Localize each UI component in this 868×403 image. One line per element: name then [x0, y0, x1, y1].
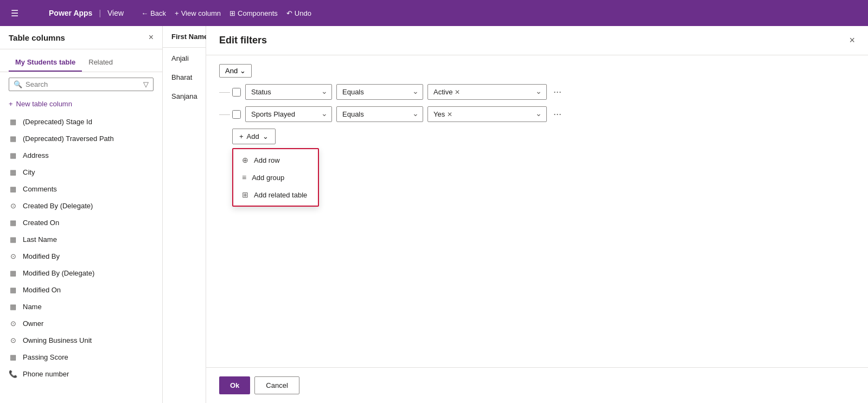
add-plus-icon: + [239, 132, 244, 140]
list-item[interactable]: ▦ Last Name [0, 231, 162, 248]
add-button[interactable]: + Add ⌄ [232, 129, 276, 144]
filter-field-1[interactable]: Status [245, 84, 332, 100]
col-icon: ▦ [9, 219, 17, 227]
new-column-button[interactable]: + New table column [0, 97, 162, 111]
filter-value-2-text: Yes [433, 110, 445, 118]
add-related-table-label: Add related table [254, 191, 307, 199]
filter-value-1[interactable]: Active ✕ [427, 84, 547, 100]
add-row-item[interactable]: ⊕ Add row [233, 151, 318, 169]
tab-related[interactable]: Related [82, 54, 119, 72]
col-icon: ▦ [9, 353, 17, 361]
list-item[interactable]: ▦ Comments [0, 181, 162, 197]
filter-field-2[interactable]: Sports Played [245, 106, 332, 122]
filter-value-1-tag: Active ✕ [433, 88, 460, 96]
view-label: View [107, 9, 124, 17]
sidebar-tabs: My Students table Related [0, 49, 162, 72]
view-column-button[interactable]: + View column [175, 9, 221, 17]
col-icon: ▦ [9, 168, 17, 176]
indent-line [219, 92, 230, 93]
add-group-item[interactable]: ≡ Add group [233, 169, 318, 186]
main-layout: Table columns × My Students table Relate… [0, 0, 868, 403]
list-item[interactable]: ▦ City [0, 164, 162, 181]
add-area: + Add ⌄ ⊕ Add row ≡ Add group ⊞ Add [232, 129, 855, 144]
cancel-button[interactable]: Cancel [254, 376, 299, 394]
ok-button[interactable]: Ok [219, 376, 250, 394]
add-label: Add [247, 132, 259, 140]
col-icon: ▦ [9, 135, 17, 143]
col-icon: ▦ [9, 185, 17, 193]
sidebar-close-button[interactable]: × [149, 33, 154, 42]
col-label: Modified On [23, 286, 61, 294]
add-dropdown: ⊕ Add row ≡ Add group ⊞ Add related tabl… [232, 148, 319, 207]
list-item[interactable]: ▦ (Deprecated) Stage Id [0, 113, 162, 130]
filter-value-2-remove[interactable]: ✕ [447, 111, 452, 118]
panel-title: Edit filters [219, 35, 267, 46]
col-label: Owning Business Unit [23, 336, 92, 344]
col-icon: ⊙ [9, 336, 17, 344]
edit-panel: Edit filters × And ⌄ Status [206, 26, 868, 403]
panel-close-button[interactable]: × [849, 35, 855, 46]
filter-field-1-wrap: Status [245, 84, 332, 100]
filter-row-2-more[interactable]: ··· [551, 108, 564, 120]
filter-row-1-checkbox[interactable] [232, 88, 241, 97]
add-related-table-icon: ⊞ [242, 190, 248, 199]
col-label: Phone number [23, 370, 69, 378]
filter-row-2-checkbox[interactable] [232, 110, 241, 119]
filter-row-1-more[interactable]: ··· [551, 86, 564, 98]
undo-icon: ↶ [286, 9, 292, 17]
col-label: City [23, 168, 35, 176]
list-item[interactable]: ▦ Passing Score [0, 349, 162, 366]
tab-my-students[interactable]: My Students table [9, 54, 82, 72]
filter-icon[interactable]: ▽ [143, 80, 149, 88]
list-item[interactable]: ⊙ Modified By [0, 248, 162, 265]
data-row: Anjali [171, 54, 197, 62]
filter-operator-1[interactable]: Equals [336, 84, 423, 100]
col-label: Address [23, 151, 49, 159]
filter-operator-2[interactable]: Equals [336, 106, 423, 122]
indent-line-2 [219, 114, 230, 115]
hamburger-icon[interactable]: ☰ [7, 6, 23, 21]
col-label: Passing Score [23, 353, 68, 361]
and-button[interactable]: And ⌄ [219, 64, 252, 78]
col-label: Comments [23, 185, 57, 193]
filter-value-1-remove[interactable]: ✕ [455, 88, 460, 96]
list-item[interactable]: ▦ Created On [0, 214, 162, 231]
and-selector: And ⌄ [219, 64, 855, 78]
list-item[interactable]: ▦ (Deprecated) Traversed Path [0, 130, 162, 147]
brand-label: Power Apps [49, 9, 92, 17]
components-icon: ⊞ [229, 9, 235, 17]
list-item[interactable]: 📞 Phone number [0, 366, 162, 382]
search-input[interactable] [25, 80, 140, 88]
list-item[interactable]: ⊙ Owning Business Unit [0, 332, 162, 349]
col-label: Created On [23, 219, 59, 227]
undo-label: Undo [295, 9, 311, 17]
list-item[interactable]: ▦ Address [0, 147, 162, 164]
list-item[interactable]: ⊙ Created By (Delegate) [0, 197, 162, 214]
data-rows: Anjali Bharat Sanjana [163, 50, 206, 105]
col-icon: ▦ [9, 151, 17, 159]
add-related-table-item[interactable]: ⊞ Add related table [233, 186, 318, 203]
filter-value-2-tag: Yes ✕ [433, 110, 452, 118]
components-button[interactable]: ⊞ Components [229, 9, 278, 17]
view-column-label: View column [181, 9, 221, 17]
list-item[interactable]: ▦ Modified On [0, 282, 162, 298]
filter-value-2[interactable]: Yes ✕ [427, 106, 547, 122]
list-item[interactable]: ▦ Name [0, 298, 162, 315]
data-row: Sanjana [171, 92, 197, 100]
sidebar-search: 🔍 ▽ [9, 78, 154, 91]
col-icon: ▦ [9, 303, 17, 311]
col-icon: ▦ [9, 269, 17, 277]
data-view: First Name Anjali Bharat Sanjana [163, 26, 206, 403]
filter-value-1-text: Active [433, 88, 452, 96]
back-button[interactable]: ← Back [141, 9, 166, 17]
undo-button[interactable]: ↶ Undo [286, 9, 311, 17]
sidebar: Table columns × My Students table Relate… [0, 26, 163, 403]
sidebar-header: Table columns × [0, 26, 162, 49]
list-item[interactable]: ▦ Modified By (Delegate) [0, 265, 162, 282]
col-label: (Deprecated) Stage Id [23, 118, 92, 126]
add-row-icon: ⊕ [242, 156, 248, 164]
filter-row-2: Sports Played Equals Yes ✕ ··· [219, 106, 855, 122]
add-row-label: Add row [254, 156, 280, 164]
list-item[interactable]: ⊙ Owner [0, 315, 162, 332]
filter-operator-2-wrap: Equals [336, 106, 423, 122]
